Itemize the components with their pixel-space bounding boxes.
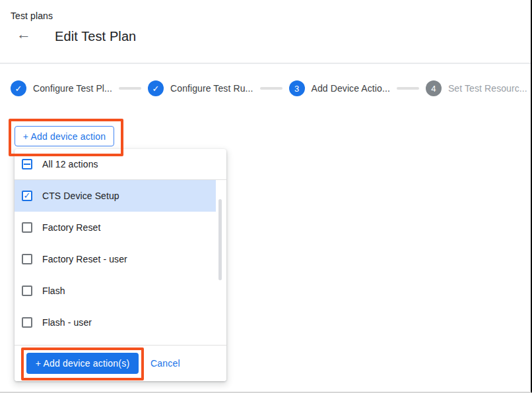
step-label: Add Device Actio...	[312, 83, 390, 94]
device-action-dropdown: All 12 actions ✓ CTS Device Setup Factor…	[15, 149, 226, 381]
cancel-button[interactable]: Cancel	[150, 358, 180, 369]
unchecked-checkbox-icon[interactable]	[22, 222, 32, 233]
step-complete-icon: ✓	[11, 80, 26, 96]
step-configure-test-run[interactable]: ✓ Configure Test Ru...	[148, 80, 253, 96]
option-cts-device-setup[interactable]: ✓ CTS Device Setup	[15, 180, 216, 212]
select-all-actions-row[interactable]: All 12 actions	[15, 149, 226, 179]
option-flash-user[interactable]: Flash - user	[15, 307, 226, 338]
breadcrumb: Test plans	[11, 11, 53, 21]
step-set-test-resources[interactable]: 4 Set Test Resourc...	[426, 80, 527, 96]
unchecked-checkbox-icon[interactable]	[22, 317, 32, 328]
step-configure-test-plan[interactable]: ✓ Configure Test Pl...	[11, 80, 112, 96]
step-connector	[397, 87, 419, 90]
unchecked-checkbox-icon[interactable]	[22, 286, 32, 296]
select-all-label: All 12 actions	[42, 159, 98, 169]
step-label: Configure Test Pl...	[33, 83, 112, 94]
check-icon: ✓	[15, 84, 22, 94]
step-label: Set Test Resourc...	[448, 83, 527, 94]
checked-checkbox-icon[interactable]: ✓	[22, 191, 32, 201]
option-label: Flash - user	[42, 317, 92, 328]
option-label: Factory Reset	[42, 222, 100, 233]
indeterminate-checkbox-icon[interactable]	[22, 159, 32, 169]
step-complete-icon: ✓	[148, 80, 164, 96]
add-device-actions-submit-button[interactable]: + Add device action(s)	[26, 353, 139, 374]
dropdown-footer: + Add device action(s) Cancel	[15, 345, 226, 381]
page-title: Edit Test Plan	[55, 29, 136, 44]
indeterminate-dash-icon	[24, 164, 30, 165]
step-connector	[119, 87, 141, 90]
step-number-badge: 4	[426, 80, 442, 96]
back-arrow-icon[interactable]: ←	[17, 27, 31, 42]
stepper: ✓ Configure Test Pl... ✓ Configure Test …	[11, 80, 527, 96]
header-divider	[0, 63, 531, 64]
step-number-badge: 3	[289, 80, 305, 96]
unchecked-checkbox-icon[interactable]	[22, 254, 32, 264]
check-icon: ✓	[152, 84, 160, 94]
option-label: Factory Reset - user	[42, 254, 127, 264]
edit-test-plan-page: Test plans ← Edit Test Plan ✓ Configure …	[0, 0, 532, 393]
checkmark-icon: ✓	[24, 191, 31, 200]
option-factory-reset-user[interactable]: Factory Reset - user	[15, 243, 226, 275]
option-label: Flash	[42, 286, 65, 296]
step-add-device-actions[interactable]: 3 Add Device Actio...	[289, 80, 390, 96]
step-connector	[260, 87, 283, 90]
add-device-action-button[interactable]: + Add device action	[15, 126, 114, 146]
option-factory-reset[interactable]: Factory Reset	[15, 212, 226, 243]
option-flash[interactable]: Flash	[15, 275, 226, 307]
scrollbar-thumb[interactable]	[218, 199, 222, 280]
step-label: Configure Test Ru...	[170, 83, 253, 94]
option-label: CTS Device Setup	[42, 191, 119, 201]
